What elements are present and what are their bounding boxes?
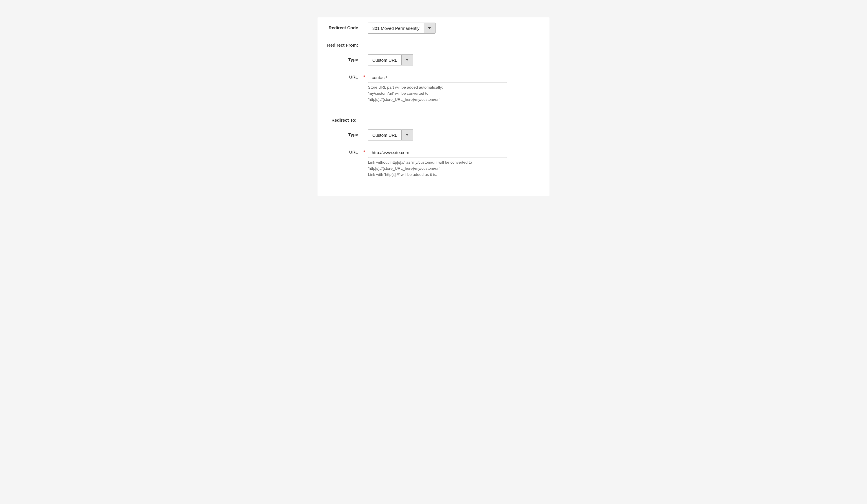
help-from-url: Store URL part will be added automatical…: [368, 85, 443, 103]
required-mark: *: [363, 72, 367, 79]
label-to-type: Type: [326, 130, 363, 138]
row-to-type: Type Custom URL: [326, 130, 541, 141]
chevron-down-icon: [424, 23, 435, 33]
select-from-type-value: Custom URL: [368, 55, 401, 65]
label-from-type: Type: [326, 54, 363, 63]
select-to-type-value: Custom URL: [368, 130, 401, 140]
row-from-url: URL * Store URL part will be added autom…: [326, 72, 541, 103]
help-to-url: Link without 'http[s]://' as 'my/custom/…: [368, 160, 472, 178]
label-redirect-code: Redirect Code: [326, 23, 363, 31]
required-mark: *: [363, 147, 367, 154]
row-redirect-from-label: Redirect From:: [326, 40, 541, 48]
select-redirect-code[interactable]: 301 Moved Permanently: [368, 23, 436, 34]
select-redirect-code-value: 301 Moved Permanently: [368, 23, 424, 33]
input-from-url[interactable]: [368, 72, 507, 83]
row-redirect-to-label: Redirect To:: [326, 115, 541, 123]
label-to-url: URL: [326, 147, 363, 155]
chevron-down-icon: [401, 130, 413, 140]
section-label-redirect-from: Redirect From:: [326, 40, 363, 48]
redirect-form-panel: Redirect Code 301 Moved Permanently Redi…: [318, 18, 549, 196]
label-from-url: URL: [326, 72, 363, 80]
input-to-url[interactable]: [368, 147, 507, 158]
section-label-redirect-to: Redirect To:: [326, 115, 363, 123]
select-from-type[interactable]: Custom URL: [368, 54, 413, 65]
chevron-down-icon: [401, 55, 413, 65]
row-to-url: URL * Link without 'http[s]://' as 'my/c…: [326, 147, 541, 178]
row-from-type: Type Custom URL: [326, 54, 541, 65]
select-to-type[interactable]: Custom URL: [368, 130, 413, 141]
row-redirect-code: Redirect Code 301 Moved Permanently: [326, 23, 541, 34]
